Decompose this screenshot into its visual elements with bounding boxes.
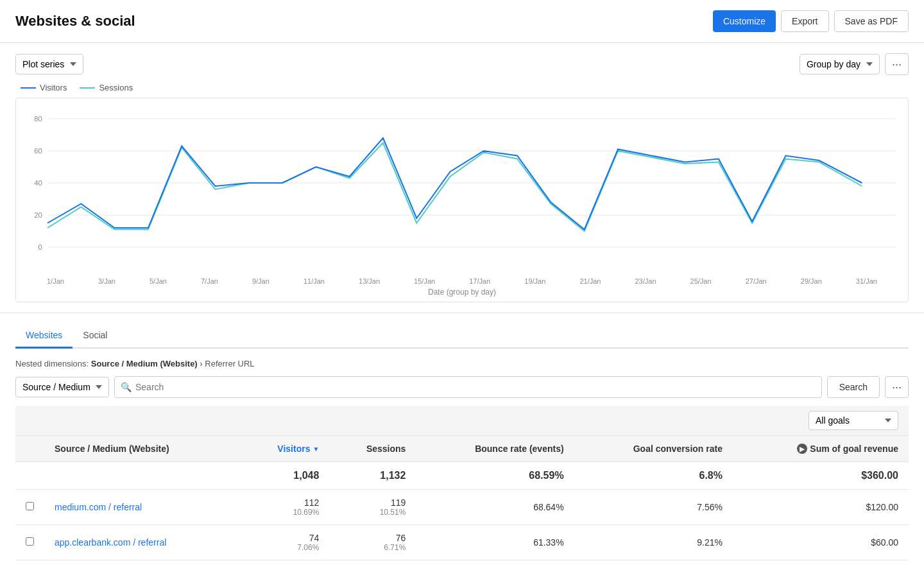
all-goals-container: All goals xyxy=(15,406,909,436)
svg-text:20: 20 xyxy=(34,211,42,219)
row2-source-medium-cell: app.clearbank.com / referral xyxy=(44,525,239,560)
svg-text:40: 40 xyxy=(34,179,42,187)
col-header-source-medium: Source / Medium (Website) xyxy=(44,436,239,462)
row2-source-medium-link[interactable]: app.clearbank.com / referral xyxy=(55,537,166,548)
col-header-goal-conversion[interactable]: Goal conversion rate xyxy=(574,436,733,462)
tabs-section: Websites Social Nested dimensions: Sourc… xyxy=(0,313,924,376)
row1-sessions-cell: 119 10.51% xyxy=(329,490,416,525)
plot-series-select-wrap[interactable]: Plot series xyxy=(15,54,83,74)
legend-visitors-line xyxy=(21,87,36,89)
legend-sessions-line xyxy=(80,87,95,89)
svg-text:80: 80 xyxy=(34,115,42,123)
x-label-19jan: 19/Jan xyxy=(524,277,545,285)
chart-controls-right: Group by day ··· xyxy=(800,53,909,75)
table-controls: Source / Medium 🔍 Search ··· xyxy=(0,376,924,406)
tabs: Websites Social xyxy=(15,324,909,349)
goal-info-icon: ▶ xyxy=(797,444,807,454)
row2-goal-revenue-cell: $60.00 xyxy=(733,525,909,560)
col-header-bounce-rate[interactable]: Bounce rate (events) xyxy=(416,436,574,462)
search-input[interactable] xyxy=(114,376,822,398)
x-label-7jan: 7/Jan xyxy=(201,277,218,285)
row1-visitors-cell: 112 10.69% xyxy=(239,490,329,525)
row2-visitors-cell: 74 7.06% xyxy=(239,525,329,560)
chart-controls: Plot series Group by day ··· xyxy=(15,53,909,75)
header-actions: Customize Export Save as PDF xyxy=(713,10,909,32)
x-label-3jan: 3/Jan xyxy=(98,277,116,285)
chart-container: 0 20 40 60 80 1/Jan 3/Jan 5/Jan 7/Jan 9/… xyxy=(15,98,909,302)
totals-bounce-rate-cell: 68.59% xyxy=(416,462,574,490)
x-label-5jan: 5/Jan xyxy=(150,277,167,285)
chart-x-title: Date (group by day) xyxy=(21,288,903,297)
col-header-sessions[interactable]: Sessions xyxy=(329,436,416,462)
totals-goal-conversion-cell: 6.8% xyxy=(574,462,733,490)
totals-goal-revenue-cell: $360.00 xyxy=(733,462,909,490)
row1-bounce-rate-cell: 68.64% xyxy=(416,490,574,525)
sort-arrow-icon: ▼ xyxy=(312,445,319,453)
row1-source-medium-link[interactable]: medium.com / referral xyxy=(55,502,142,512)
row1-source-medium-cell: medium.com / referral xyxy=(44,490,239,525)
dimension-select-wrap[interactable]: Source / Medium xyxy=(15,377,109,397)
x-axis-labels: 1/Jan 3/Jan 5/Jan 7/Jan 9/Jan 11/Jan 13/… xyxy=(21,275,903,285)
data-table-section: All goals Source / Medium (Website) Visi… xyxy=(0,406,924,576)
svg-text:60: 60 xyxy=(34,147,42,155)
save-as-pdf-button[interactable]: Save as PDF xyxy=(834,10,909,32)
x-label-1jan: 1/Jan xyxy=(47,277,64,285)
row1-goal-revenue-cell: $120.00 xyxy=(733,490,909,525)
search-wrap: 🔍 xyxy=(114,376,822,398)
table-row: app.clearbank.com / referral 74 7.06% 76… xyxy=(15,525,909,560)
x-label-29jan: 29/Jan xyxy=(801,277,822,285)
search-icon: 🔍 xyxy=(121,382,132,392)
row2-goal-conversion-cell: 9.21% xyxy=(574,525,733,560)
x-label-23jan: 23/Jan xyxy=(635,277,656,285)
nested-dimensions: Nested dimensions: Source / Medium (Webs… xyxy=(15,354,909,376)
table-totals-row: 1,048 1,132 68.59% 6.8% $360.00 xyxy=(15,462,909,490)
x-label-11jan: 11/Jan xyxy=(304,277,325,285)
export-button[interactable]: Export xyxy=(781,10,828,32)
col-header-goal-revenue[interactable]: ▶ Sum of goal revenue xyxy=(733,436,909,462)
row2-checkbox[interactable] xyxy=(26,537,34,546)
col-header-visitors[interactable]: Visitors ▼ xyxy=(239,436,329,462)
search-button[interactable]: Search xyxy=(827,376,880,398)
x-label-25jan: 25/Jan xyxy=(690,277,712,285)
x-label-31jan: 31/Jan xyxy=(856,277,877,285)
svg-text:0: 0 xyxy=(38,243,42,251)
plot-series-select[interactable]: Plot series xyxy=(15,54,83,74)
x-label-21jan: 21/Jan xyxy=(579,277,601,285)
page-title: Websites & social xyxy=(15,13,135,30)
table-row: medium.com / referral 112 10.69% 119 10.… xyxy=(15,490,909,525)
row1-checkbox[interactable] xyxy=(26,502,34,510)
tab-social[interactable]: Social xyxy=(73,324,117,349)
dimension-select[interactable]: Source / Medium xyxy=(15,377,109,397)
legend-visitors-label: Visitors xyxy=(40,83,67,92)
page-header: Websites & social Customize Export Save … xyxy=(0,0,924,43)
totals-visitors-cell: 1,048 xyxy=(239,462,329,490)
row1-goal-conversion-cell: 7.56% xyxy=(574,490,733,525)
row2-bounce-rate-cell: 61.33% xyxy=(416,525,574,560)
tab-websites[interactable]: Websites xyxy=(15,324,73,349)
group-by-select[interactable]: Group by day xyxy=(800,54,880,74)
x-label-9jan: 9/Jan xyxy=(252,277,270,285)
totals-source-medium-cell xyxy=(44,462,239,490)
totals-sessions-cell: 1,132 xyxy=(329,462,416,490)
row2-sessions-cell: 76 6.71% xyxy=(329,525,416,560)
legend-visitors: Visitors xyxy=(21,83,67,92)
table-more-button[interactable]: ··· xyxy=(885,376,909,398)
chart-svg: 0 20 40 60 80 xyxy=(21,106,903,273)
col-header-checkbox xyxy=(15,436,44,462)
totals-checkbox-cell xyxy=(15,462,44,490)
table-header-row: Source / Medium (Website) Visitors ▼ Ses… xyxy=(15,436,909,462)
row2-checkbox-cell[interactable] xyxy=(15,525,44,560)
chart-legend: Visitors Sessions xyxy=(15,83,909,92)
x-label-27jan: 27/Jan xyxy=(746,277,767,285)
chart-section: Plot series Group by day ··· Visitors Se… xyxy=(0,43,924,313)
data-table: Source / Medium (Website) Visitors ▼ Ses… xyxy=(15,436,909,560)
all-goals-select[interactable]: All goals xyxy=(809,411,898,430)
x-label-15jan: 15/Jan xyxy=(414,277,435,285)
legend-sessions-label: Sessions xyxy=(99,83,133,92)
chart-more-button[interactable]: ··· xyxy=(885,53,909,75)
customize-button[interactable]: Customize xyxy=(713,10,776,32)
x-label-17jan: 17/Jan xyxy=(469,277,490,285)
legend-sessions: Sessions xyxy=(80,83,133,92)
x-label-13jan: 13/Jan xyxy=(359,277,380,285)
row1-checkbox-cell[interactable] xyxy=(15,490,44,525)
